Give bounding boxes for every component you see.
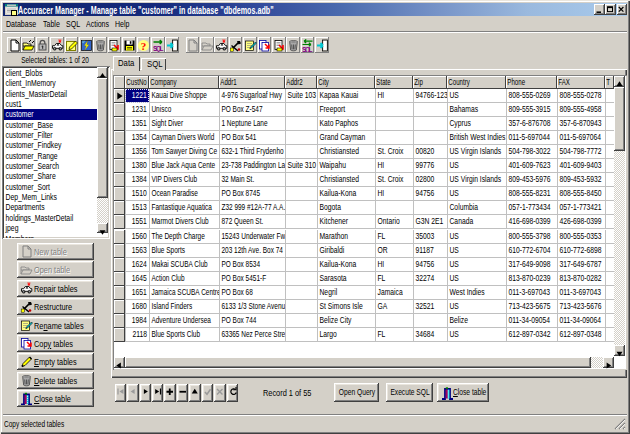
- svg-text:SQL: SQL: [153, 45, 164, 52]
- svg-text:SQL: SQL: [302, 45, 313, 52]
- svg-text:?: ?: [141, 39, 147, 51]
